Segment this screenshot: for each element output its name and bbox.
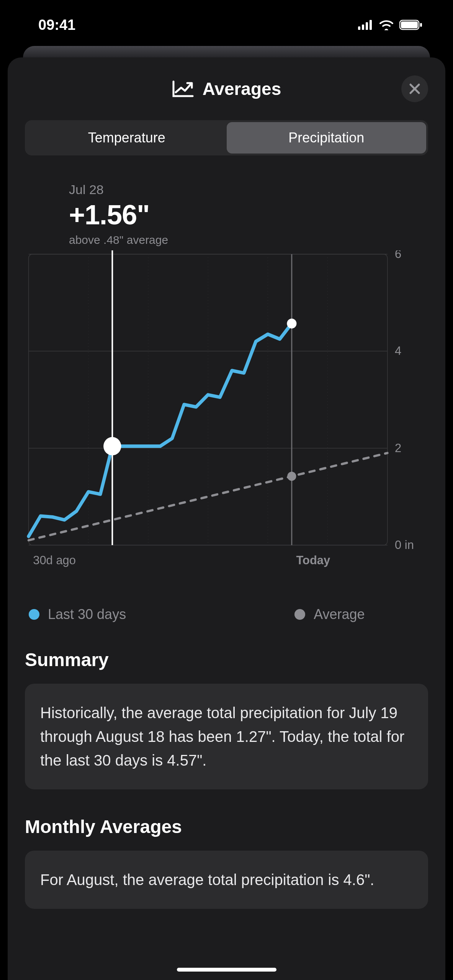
svg-text:Today: Today [296,554,330,567]
close-icon [409,83,420,95]
sheet-background-peek [23,46,430,57]
chart-svg: 0 in24630d agoToday [25,250,428,587]
legend-label-avg: Average [314,606,365,622]
legend-average: Average [294,606,365,622]
chart-callout: Jul 28 +1.56" above .48" average [69,182,428,247]
svg-point-26 [287,472,296,481]
cellular-icon [358,20,373,30]
page-title: Averages [172,78,281,99]
tab-precipitation[interactable]: Precipitation [227,122,427,154]
chart-callout-value: +1.56" [69,199,428,230]
chart-callout-date: Jul 28 [69,182,428,197]
status-icons [358,20,422,30]
summary-text: Historically, the average total precipit… [40,704,404,769]
page-title-text: Averages [203,78,281,99]
monthly-averages-card: For August, the average total precipitat… [25,851,428,909]
battery-icon [399,20,422,30]
monthly-averages-text: For August, the average total precipitat… [40,871,374,888]
svg-text:0 in: 0 in [395,538,414,552]
svg-text:30d ago: 30d ago [33,554,76,567]
svg-text:6: 6 [395,250,401,261]
svg-point-25 [287,318,296,328]
svg-text:2: 2 [395,441,401,455]
legend-dot-last30 [29,609,39,620]
tab-temperature[interactable]: Temperature [27,122,227,154]
svg-rect-0 [358,26,360,30]
summary-card: Historically, the average total precipit… [25,684,428,789]
sheet-header: Averages [25,78,428,99]
chart-line-icon [172,80,194,98]
legend-last-30: Last 30 days [29,606,126,622]
svg-point-27 [103,437,121,456]
home-indicator[interactable] [177,968,276,972]
status-time: 09:41 [38,17,75,33]
svg-rect-3 [370,20,372,30]
svg-text:4: 4 [395,344,401,358]
wifi-icon [379,20,394,30]
svg-rect-2 [366,22,368,30]
chart-legend: Last 30 days Average [25,606,428,622]
chart-callout-sub: above .48" average [69,234,428,247]
averages-sheet: Averages Temperature Precipitation Jul 2… [8,57,445,980]
close-button[interactable] [401,75,428,102]
status-bar: 09:41 [0,0,453,46]
legend-dot-avg [294,609,305,620]
legend-label-last30: Last 30 days [48,606,126,622]
summary-title: Summary [25,649,428,670]
svg-rect-1 [362,24,364,30]
monthly-averages-title: Monthly Averages [25,816,428,837]
precipitation-chart[interactable]: 0 in24630d agoToday [25,250,428,587]
segment-control: Temperature Precipitation [25,120,428,155]
svg-rect-5 [401,21,418,28]
svg-rect-6 [420,23,422,27]
